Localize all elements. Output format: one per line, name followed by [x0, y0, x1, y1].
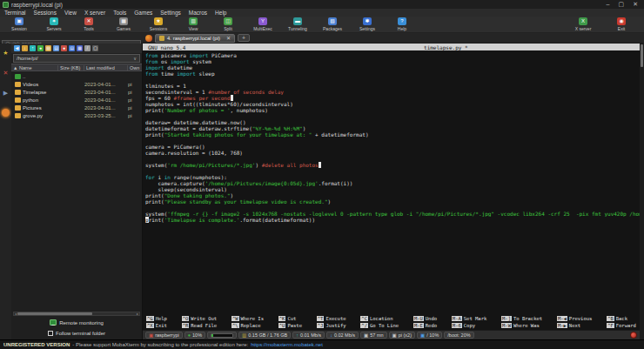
- shortcut-set-mark[interactable]: M-ASet MarkM-6Copy: [452, 315, 486, 329]
- refresh-icon[interactable]: ●: [37, 45, 44, 51]
- menu-sessions[interactable]: Sessions: [34, 10, 57, 16]
- toolbar-settings-button[interactable]: ✱Settings: [352, 17, 383, 31]
- menu-settings[interactable]: Settings: [160, 10, 181, 16]
- edit-icon[interactable]: ▤: [69, 45, 75, 51]
- remote-monitoring-button[interactable]: ▁ Remote monitoring: [11, 318, 142, 327]
- shortcut-undo[interactable]: M-UUndoM-ERedo: [413, 315, 437, 329]
- toolbar-exit-button[interactable]: ◉Exit: [606, 17, 637, 31]
- menu-games[interactable]: Games: [134, 10, 152, 16]
- shortcut-write-out[interactable]: ^OWrite Out^RRead File: [182, 315, 217, 329]
- toolbar-split-button[interactable]: ◫Split: [212, 17, 244, 31]
- terminal-scrollbar[interactable]: [640, 44, 644, 339]
- shortcut-previous[interactable]: M-◀PreviousM-▶Next: [557, 315, 592, 329]
- editor-line: system('ffmpeg -r {} -f image2 -s 1024x7…: [145, 211, 640, 217]
- shortcut-execute[interactable]: ^TExecute^JJustify: [317, 315, 346, 329]
- file-name: Pictures: [23, 105, 58, 111]
- shortcut-cut[interactable]: ^KCut^UPaste: [278, 315, 302, 329]
- download-icon[interactable]: ↓: [22, 45, 28, 51]
- toolbar-tunneling-button[interactable]: ▬Tunneling: [282, 17, 313, 31]
- back-icon[interactable]: ◀: [14, 45, 20, 51]
- editor-area[interactable]: from picamera import PiCamerafrom os imp…: [143, 50, 640, 314]
- shortcut-where-is[interactable]: ^WWhere Is^\Replace: [231, 315, 264, 329]
- toolbar-packages-button[interactable]: ▧Packages: [317, 17, 348, 31]
- toolbar-buttons: ▣Session✶Servers✕Tools▦Games★Sessions▥Vi…: [3, 17, 567, 31]
- connect-tab-row: 4. raspberrypi.local (pi) ✕ +: [0, 33, 644, 44]
- checkbox-icon[interactable]: [48, 331, 53, 336]
- menu-terminal[interactable]: Terminal: [4, 10, 26, 16]
- menu-x-server[interactable]: X server: [84, 10, 105, 16]
- column-header-name[interactable]: ▲ Name: [11, 65, 58, 70]
- tools-tab[interactable]: ✕: [2, 69, 10, 77]
- title-bar: raspberrypi.local (pi) – ▢ ✕: [0, 0, 644, 9]
- tunneling-icon: ▬: [293, 17, 302, 25]
- toolbar-servers-button[interactable]: ✶Servers: [38, 17, 70, 31]
- folder-icon: [15, 105, 21, 111]
- stop-button[interactable]: [630, 332, 637, 339]
- editor-line: camera.capture('/home/pi/Pictures/image{…: [145, 180, 640, 186]
- minimize-button[interactable]: –: [607, 1, 610, 8]
- shortcut-help[interactable]: ^GHelp^XExit: [146, 315, 167, 329]
- menu-tools[interactable]: Tools: [113, 10, 126, 16]
- close-button[interactable]: ✕: [633, 1, 638, 8]
- file-row-Pictures[interactable]: Pictures2023-04-01...pi: [11, 104, 142, 111]
- new-folder-icon[interactable]: ▨: [45, 45, 51, 51]
- host-icon: ▣: [149, 332, 153, 339]
- shortcut-back[interactable]: ^BBack^FForward: [607, 315, 636, 329]
- shortcut-to-bracket[interactable]: M-]To BracketM-WWhere Was: [501, 315, 542, 329]
- uptime-icon: ▣: [364, 332, 368, 339]
- toolbar-games-button[interactable]: ▦Games: [108, 17, 139, 31]
- footer-link[interactable]: https://mobaxterm.mobatek.net: [251, 342, 323, 347]
- settings-icon: ✱: [363, 17, 372, 25]
- split-icon: ◫: [224, 17, 232, 25]
- sftp-tab[interactable]: ●: [2, 109, 10, 117]
- maximize-button[interactable]: ▢: [619, 1, 625, 8]
- scrollbar-thumb[interactable]: [17, 312, 92, 315]
- nano-shortcut-bar: ^GHelp^XExit^OWrite Out^RRead File^WWher…: [143, 314, 640, 330]
- toolbar-x-server-button[interactable]: XX server: [567, 17, 599, 31]
- file-row-Videos[interactable]: Videos2023-04-01...pi: [11, 80, 142, 88]
- file-list: ..Videos2023-04-01...piTimelapse2023-04-…: [11, 71, 142, 312]
- toolbar-tools-button[interactable]: ✕Tools: [73, 17, 104, 31]
- attention-icon[interactable]: [145, 35, 152, 42]
- tab-close-icon[interactable]: ✕: [226, 35, 231, 41]
- path-dropdown[interactable]: /home/pi/ ∨: [13, 54, 140, 63]
- help-icon: ?: [398, 17, 406, 25]
- unregistered-label: UNREGISTERED VERSION: [3, 342, 70, 347]
- toolbar-multiexec-button[interactable]: YMultiExec: [247, 17, 278, 31]
- menu-view[interactable]: View: [64, 10, 77, 16]
- delete-icon[interactable]: ●: [61, 45, 67, 51]
- hidden-icon[interactable]: ▢: [92, 45, 98, 51]
- terminal-scrollbar-thumb[interactable]: [641, 44, 643, 67]
- tab-raspberrypi[interactable]: 4. raspberrypi.local (pi) ✕: [155, 34, 235, 43]
- tools-icon: ✕: [84, 17, 93, 25]
- shortcut-location[interactable]: ^CLocation^/Go To Line: [360, 315, 399, 329]
- file-row-grovepy[interactable]: grove.py2023-03-25...pi: [11, 111, 142, 119]
- column-header-own[interactable]: Own: [128, 65, 142, 70]
- chevron-down-icon: ∨: [133, 56, 137, 61]
- toolbar-view-button[interactable]: ▥View: [178, 17, 209, 31]
- sessions-tab[interactable]: ★: [2, 49, 10, 57]
- new-tab-button[interactable]: +: [238, 34, 250, 42]
- column-header-sizekb[interactable]: Size (KB): [58, 65, 84, 70]
- scroll-right-icon[interactable]: ▸: [136, 312, 139, 316]
- file-row-[interactable]: ..: [11, 72, 142, 80]
- new-file-icon[interactable]: ▤: [53, 45, 59, 51]
- file-row-Timelapse[interactable]: Timelapse2023-04-01...pi: [11, 88, 142, 96]
- editor-line: [145, 156, 640, 162]
- sidebar-hscrollbar[interactable]: ◂ ▸: [13, 312, 140, 316]
- open-icon[interactable]: ▦: [77, 45, 83, 51]
- menu-macros[interactable]: Macros: [189, 10, 207, 16]
- column-header-lastmodified[interactable]: Last modified: [84, 65, 128, 70]
- menu-help[interactable]: Help: [215, 10, 226, 16]
- file-row-python[interactable]: python2023-04-01...pi: [11, 96, 142, 104]
- status-upload: ↑0.01 Mb/s: [292, 332, 325, 339]
- toolbar-session-button[interactable]: ▣Session: [3, 17, 35, 31]
- upload-icon[interactable]: ↑: [30, 45, 36, 51]
- tab-bar: 4. raspberrypi.local (pi) ✕ +: [143, 33, 644, 43]
- toolbar-sessions-button[interactable]: ★Sessions: [143, 17, 174, 31]
- toolbar-help-button[interactable]: ?Help: [386, 17, 418, 31]
- pencil-icon[interactable]: /: [84, 45, 91, 51]
- file-name: Timelapse: [23, 90, 58, 95]
- macros-tab[interactable]: ▶: [2, 89, 10, 97]
- follow-terminal-checkbox[interactable]: Follow terminal folder: [11, 329, 142, 338]
